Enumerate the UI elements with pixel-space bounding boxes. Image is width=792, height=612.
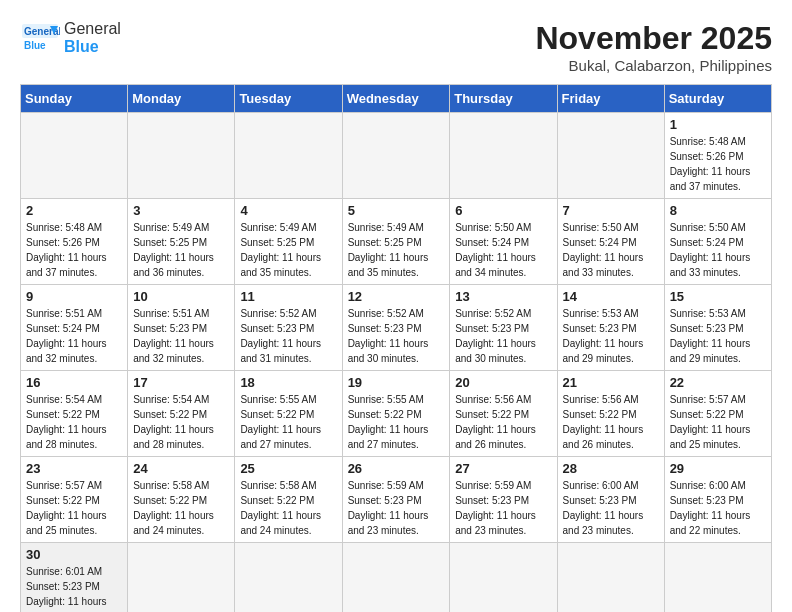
calendar-cell xyxy=(557,543,664,613)
weekday-header: Tuesday xyxy=(235,85,342,113)
calendar-cell: 6Sunrise: 5:50 AM Sunset: 5:24 PM Daylig… xyxy=(450,199,557,285)
day-number: 1 xyxy=(670,117,766,132)
day-number: 20 xyxy=(455,375,551,390)
calendar-cell: 21Sunrise: 5:56 AM Sunset: 5:22 PM Dayli… xyxy=(557,371,664,457)
day-info: Sunrise: 5:57 AM Sunset: 5:22 PM Dayligh… xyxy=(26,478,122,538)
title-block: November 2025 Bukal, Calabarzon, Philipp… xyxy=(535,20,772,74)
calendar-cell: 19Sunrise: 5:55 AM Sunset: 5:22 PM Dayli… xyxy=(342,371,450,457)
calendar-cell: 12Sunrise: 5:52 AM Sunset: 5:23 PM Dayli… xyxy=(342,285,450,371)
calendar-cell: 10Sunrise: 5:51 AM Sunset: 5:23 PM Dayli… xyxy=(128,285,235,371)
day-number: 2 xyxy=(26,203,122,218)
calendar-cell: 18Sunrise: 5:55 AM Sunset: 5:22 PM Dayli… xyxy=(235,371,342,457)
day-number: 27 xyxy=(455,461,551,476)
day-info: Sunrise: 5:52 AM Sunset: 5:23 PM Dayligh… xyxy=(455,306,551,366)
day-number: 13 xyxy=(455,289,551,304)
day-number: 25 xyxy=(240,461,336,476)
day-info: Sunrise: 5:53 AM Sunset: 5:23 PM Dayligh… xyxy=(670,306,766,366)
day-number: 22 xyxy=(670,375,766,390)
day-number: 12 xyxy=(348,289,445,304)
calendar-cell xyxy=(21,113,128,199)
day-number: 23 xyxy=(26,461,122,476)
calendar-cell xyxy=(128,543,235,613)
day-info: Sunrise: 5:51 AM Sunset: 5:24 PM Dayligh… xyxy=(26,306,122,366)
calendar-cell: 15Sunrise: 5:53 AM Sunset: 5:23 PM Dayli… xyxy=(664,285,771,371)
page-header: General Blue General Blue November 2025 … xyxy=(20,20,772,74)
calendar-cell xyxy=(235,543,342,613)
calendar-cell: 17Sunrise: 5:54 AM Sunset: 5:22 PM Dayli… xyxy=(128,371,235,457)
day-number: 14 xyxy=(563,289,659,304)
logo: General Blue General Blue xyxy=(20,20,121,55)
day-number: 15 xyxy=(670,289,766,304)
calendar-cell: 8Sunrise: 5:50 AM Sunset: 5:24 PM Daylig… xyxy=(664,199,771,285)
calendar-week-row: 2Sunrise: 5:48 AM Sunset: 5:26 PM Daylig… xyxy=(21,199,772,285)
calendar-cell xyxy=(128,113,235,199)
weekday-header: Wednesday xyxy=(342,85,450,113)
calendar-table: SundayMondayTuesdayWednesdayThursdayFrid… xyxy=(20,84,772,612)
calendar-cell xyxy=(664,543,771,613)
day-info: Sunrise: 5:54 AM Sunset: 5:22 PM Dayligh… xyxy=(133,392,229,452)
day-info: Sunrise: 5:55 AM Sunset: 5:22 PM Dayligh… xyxy=(240,392,336,452)
location: Bukal, Calabarzon, Philippines xyxy=(535,57,772,74)
calendar-cell: 16Sunrise: 5:54 AM Sunset: 5:22 PM Dayli… xyxy=(21,371,128,457)
day-number: 4 xyxy=(240,203,336,218)
calendar-cell: 30Sunrise: 6:01 AM Sunset: 5:23 PM Dayli… xyxy=(21,543,128,613)
day-number: 8 xyxy=(670,203,766,218)
calendar-week-row: 23Sunrise: 5:57 AM Sunset: 5:22 PM Dayli… xyxy=(21,457,772,543)
day-info: Sunrise: 5:55 AM Sunset: 5:22 PM Dayligh… xyxy=(348,392,445,452)
calendar-cell: 5Sunrise: 5:49 AM Sunset: 5:25 PM Daylig… xyxy=(342,199,450,285)
day-info: Sunrise: 5:52 AM Sunset: 5:23 PM Dayligh… xyxy=(348,306,445,366)
weekday-header: Friday xyxy=(557,85,664,113)
weekday-header: Sunday xyxy=(21,85,128,113)
calendar-cell: 28Sunrise: 6:00 AM Sunset: 5:23 PM Dayli… xyxy=(557,457,664,543)
weekday-header-row: SundayMondayTuesdayWednesdayThursdayFrid… xyxy=(21,85,772,113)
day-number: 16 xyxy=(26,375,122,390)
day-info: Sunrise: 5:56 AM Sunset: 5:22 PM Dayligh… xyxy=(563,392,659,452)
day-info: Sunrise: 6:00 AM Sunset: 5:23 PM Dayligh… xyxy=(670,478,766,538)
day-number: 26 xyxy=(348,461,445,476)
svg-text:Blue: Blue xyxy=(24,40,46,51)
weekday-header: Monday xyxy=(128,85,235,113)
day-info: Sunrise: 5:58 AM Sunset: 5:22 PM Dayligh… xyxy=(133,478,229,538)
day-number: 17 xyxy=(133,375,229,390)
day-number: 3 xyxy=(133,203,229,218)
day-number: 30 xyxy=(26,547,122,562)
calendar-cell xyxy=(342,113,450,199)
day-number: 21 xyxy=(563,375,659,390)
day-info: Sunrise: 5:49 AM Sunset: 5:25 PM Dayligh… xyxy=(348,220,445,280)
day-number: 28 xyxy=(563,461,659,476)
calendar-week-row: 1Sunrise: 5:48 AM Sunset: 5:26 PM Daylig… xyxy=(21,113,772,199)
day-info: Sunrise: 5:53 AM Sunset: 5:23 PM Dayligh… xyxy=(563,306,659,366)
calendar-cell xyxy=(450,113,557,199)
calendar-cell: 27Sunrise: 5:59 AM Sunset: 5:23 PM Dayli… xyxy=(450,457,557,543)
day-info: Sunrise: 6:01 AM Sunset: 5:23 PM Dayligh… xyxy=(26,564,122,612)
calendar-cell: 1Sunrise: 5:48 AM Sunset: 5:26 PM Daylig… xyxy=(664,113,771,199)
calendar-cell: 4Sunrise: 5:49 AM Sunset: 5:25 PM Daylig… xyxy=(235,199,342,285)
day-info: Sunrise: 5:57 AM Sunset: 5:22 PM Dayligh… xyxy=(670,392,766,452)
calendar-cell: 7Sunrise: 5:50 AM Sunset: 5:24 PM Daylig… xyxy=(557,199,664,285)
weekday-header: Saturday xyxy=(664,85,771,113)
calendar-cell: 22Sunrise: 5:57 AM Sunset: 5:22 PM Dayli… xyxy=(664,371,771,457)
day-number: 7 xyxy=(563,203,659,218)
calendar-week-row: 16Sunrise: 5:54 AM Sunset: 5:22 PM Dayli… xyxy=(21,371,772,457)
day-number: 6 xyxy=(455,203,551,218)
weekday-header: Thursday xyxy=(450,85,557,113)
calendar-cell: 3Sunrise: 5:49 AM Sunset: 5:25 PM Daylig… xyxy=(128,199,235,285)
day-number: 29 xyxy=(670,461,766,476)
day-info: Sunrise: 5:54 AM Sunset: 5:22 PM Dayligh… xyxy=(26,392,122,452)
calendar-cell xyxy=(342,543,450,613)
calendar-cell: 9Sunrise: 5:51 AM Sunset: 5:24 PM Daylig… xyxy=(21,285,128,371)
day-number: 19 xyxy=(348,375,445,390)
calendar-cell xyxy=(557,113,664,199)
day-info: Sunrise: 5:50 AM Sunset: 5:24 PM Dayligh… xyxy=(670,220,766,280)
calendar-cell: 2Sunrise: 5:48 AM Sunset: 5:26 PM Daylig… xyxy=(21,199,128,285)
calendar-cell: 20Sunrise: 5:56 AM Sunset: 5:22 PM Dayli… xyxy=(450,371,557,457)
day-info: Sunrise: 5:52 AM Sunset: 5:23 PM Dayligh… xyxy=(240,306,336,366)
calendar-cell: 14Sunrise: 5:53 AM Sunset: 5:23 PM Dayli… xyxy=(557,285,664,371)
day-info: Sunrise: 5:58 AM Sunset: 5:22 PM Dayligh… xyxy=(240,478,336,538)
calendar-week-row: 30Sunrise: 6:01 AM Sunset: 5:23 PM Dayli… xyxy=(21,543,772,613)
calendar-cell xyxy=(450,543,557,613)
day-info: Sunrise: 5:56 AM Sunset: 5:22 PM Dayligh… xyxy=(455,392,551,452)
day-info: Sunrise: 5:50 AM Sunset: 5:24 PM Dayligh… xyxy=(455,220,551,280)
day-info: Sunrise: 5:49 AM Sunset: 5:25 PM Dayligh… xyxy=(133,220,229,280)
calendar-cell xyxy=(235,113,342,199)
